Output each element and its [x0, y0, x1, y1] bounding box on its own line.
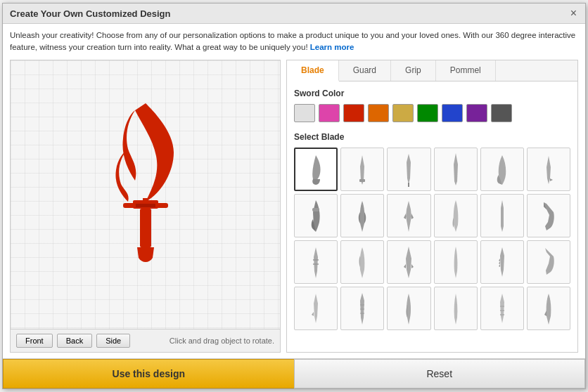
blade-icon-18: [541, 245, 556, 279]
intro-text: Unleash your creativity! Choose from any…: [10, 30, 578, 54]
tab-pommel[interactable]: Pommel: [436, 60, 496, 81]
blade-icon-15: [402, 244, 416, 280]
blade-icon-3: [404, 152, 414, 187]
color-swatch-orange[interactable]: [368, 104, 389, 122]
blade-item-1[interactable]: [294, 148, 338, 191]
intro-description: Unleash your creativity! Choose from any…: [10, 31, 575, 51]
svg-rect-5: [359, 179, 365, 182]
blade-icon-13: [310, 244, 321, 280]
svg-rect-2: [140, 209, 151, 247]
color-swatch-green[interactable]: [417, 104, 438, 122]
blade-item-9[interactable]: [387, 194, 430, 237]
sword-preview-svg: [82, 89, 209, 300]
blade-icon-16: [452, 244, 460, 280]
svg-rect-4: [136, 204, 155, 207]
blade-icon-22: [452, 291, 460, 326]
blade-icon-24: [542, 291, 555, 326]
blade-item-18[interactable]: [527, 240, 570, 284]
preview-canvas[interactable]: [11, 60, 280, 329]
blade-icon-23: [495, 291, 509, 326]
tab-grip[interactable]: Grip: [391, 60, 436, 81]
blade-icon-12: [541, 200, 556, 232]
blade-icon-4: [452, 152, 460, 187]
blade-item-10[interactable]: [434, 194, 478, 237]
learn-more-link[interactable]: Learn more: [310, 43, 354, 51]
blade-icon-5: [495, 152, 509, 186]
color-swatch-gray[interactable]: [491, 104, 512, 122]
blade-item-17[interactable]: [480, 240, 524, 284]
preview-controls: Front Back Side Click and drag object to…: [11, 329, 280, 352]
reset-button[interactable]: Reset: [294, 359, 586, 388]
blade-item-19[interactable]: [294, 287, 338, 330]
tab-guard[interactable]: Guard: [339, 60, 391, 81]
blade-item-2[interactable]: [340, 148, 384, 191]
options-panel: Blade Guard Grip Pommel Sword Color: [286, 60, 578, 353]
blade-item-6[interactable]: [527, 148, 570, 191]
blade-item-8[interactable]: [340, 194, 384, 237]
color-swatch-blue[interactable]: [442, 104, 463, 122]
side-view-button[interactable]: Side: [96, 334, 130, 348]
close-button[interactable]: ×: [569, 8, 578, 19]
blade-icon-20: [357, 291, 367, 326]
blade-item-16[interactable]: [434, 240, 478, 284]
tab-content: Sword Color Select Blade: [287, 81, 577, 353]
color-swatch-purple[interactable]: [466, 104, 487, 122]
blade-icon-17: [497, 244, 508, 280]
dialog-title: Create Your Own Customized Design: [10, 8, 171, 19]
main-content: Front Back Side Click and drag object to…: [10, 60, 578, 353]
tabs: Blade Guard Grip Pommel: [287, 60, 577, 81]
color-swatches: [294, 104, 570, 122]
svg-rect-7: [312, 208, 319, 211]
blade-icon-10: [451, 198, 461, 233]
color-swatch-red[interactable]: [343, 104, 364, 122]
blade-icon-7: [308, 198, 324, 233]
blade-icon-6: [543, 153, 554, 185]
bottom-bar: Use this design Reset: [3, 358, 585, 388]
blade-item-20[interactable]: [340, 287, 384, 330]
sword-color-title: Sword Color: [294, 89, 570, 98]
blade-item-15[interactable]: [387, 240, 430, 284]
blade-icon-1: [306, 152, 326, 186]
drag-hint: Click and drag object to rotate.: [170, 337, 274, 345]
blade-icon-11: [498, 198, 506, 233]
blade-item-5[interactable]: [480, 148, 524, 191]
blade-item-7[interactable]: [294, 194, 338, 237]
back-view-button[interactable]: Back: [57, 334, 92, 348]
blade-item-23[interactable]: [480, 287, 524, 330]
customization-dialog: Create Your Own Customized Design × Unle…: [2, 3, 586, 389]
blade-icon-9: [402, 198, 416, 233]
blade-icon-8: [356, 198, 369, 233]
use-design-button[interactable]: Use this design: [3, 359, 294, 388]
blade-icon-19: [310, 291, 321, 326]
blade-item-22[interactable]: [434, 287, 478, 330]
blade-icon-21: [402, 291, 415, 326]
dialog-title-bar: Create Your Own Customized Design ×: [3, 4, 585, 24]
blade-item-24[interactable]: [527, 287, 570, 330]
tab-blade[interactable]: Blade: [287, 60, 339, 81]
blade-item-3[interactable]: [387, 148, 430, 191]
preview-panel: Front Back Side Click and drag object to…: [10, 60, 281, 353]
blade-section-title: Select Blade: [294, 132, 570, 142]
color-swatch-pink[interactable]: [319, 104, 340, 122]
blade-item-14[interactable]: [340, 240, 384, 284]
blade-item-13[interactable]: [294, 240, 338, 284]
color-swatch-gold[interactable]: [392, 104, 414, 122]
blade-item-11[interactable]: [480, 194, 524, 237]
blade-icon-2: [356, 152, 369, 186]
blade-item-12[interactable]: [527, 194, 570, 237]
blade-item-4[interactable]: [434, 148, 478, 191]
blade-grid: [294, 148, 570, 330]
front-view-button[interactable]: Front: [16, 334, 53, 348]
dialog-body: Unleash your creativity! Choose from any…: [3, 24, 585, 358]
color-swatch-white[interactable]: [294, 104, 315, 122]
blade-item-21[interactable]: [387, 287, 430, 330]
blade-icon-14: [357, 244, 368, 280]
